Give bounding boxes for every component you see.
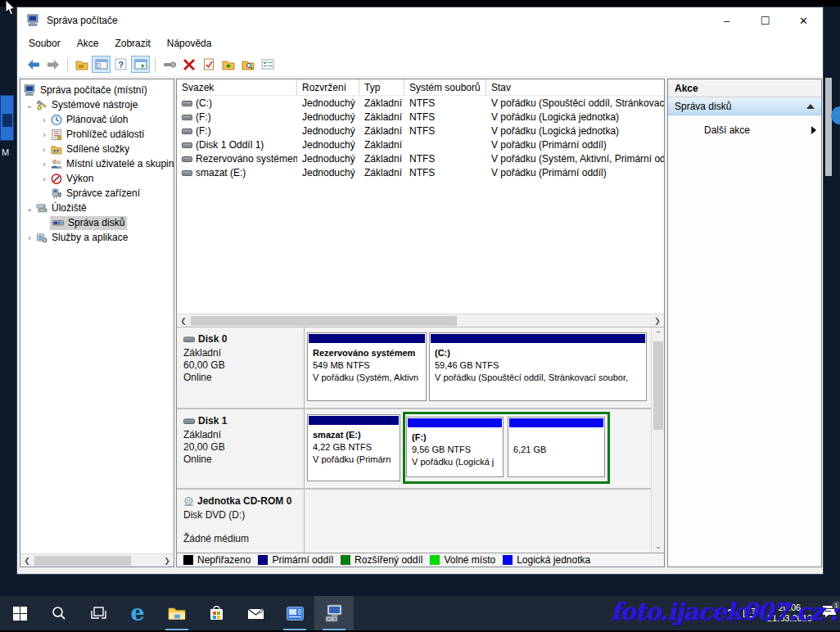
collapse-chevron-icon[interactable]: ⌄ [24, 204, 35, 213]
computer-management-taskbar-button[interactable] [314, 596, 354, 630]
scroll-down-arrow-icon[interactable]: ⌄ [652, 539, 665, 553]
expand-chevron-icon[interactable]: › [38, 174, 50, 183]
desktop-icon-partial-left[interactable] [0, 95, 14, 141]
volume-row[interactable]: smazat (E:) Jednoduchý Základní NTFS V p… [177, 165, 664, 179]
volume-icon [182, 169, 192, 177]
tree-horizontal-scrollbar[interactable]: ❮ ❯ [20, 553, 174, 567]
column-header-volume[interactable]: Svazek [177, 79, 297, 95]
tree-item-shared-folders[interactable]: › Sdílené složky [20, 142, 174, 156]
task-scheduler-icon [50, 114, 63, 126]
scroll-right-arrow-icon[interactable]: ❯ [651, 314, 664, 327]
properties-button[interactable] [258, 56, 277, 73]
scroll-right-arrow-icon[interactable]: ❯ [160, 554, 174, 567]
column-header-filesystem[interactable]: Systém souborů [404, 79, 486, 95]
disk0-label[interactable]: Disk 0 Základní 60,00 GB Online [177, 327, 305, 408]
tree-item-system-tools[interactable]: ⌄ Systémové nástroje [20, 97, 174, 112]
task-view-button[interactable] [79, 596, 118, 630]
collapse-chevron-icon[interactable]: ⌄ [24, 101, 35, 110]
explore-button[interactable] [238, 56, 257, 73]
volume-name: Rezervováno systémem [196, 153, 297, 165]
volume-row[interactable]: (F:) Jednoduchý Základní NTFS V pořádku … [177, 124, 664, 138]
column-header-status[interactable]: Stav [486, 79, 664, 95]
partition-c-drive[interactable]: (C:) 59,46 GB NTFS V pořádku (Spouštěcí … [429, 332, 647, 401]
tree-item-performance[interactable]: › Výkon [20, 171, 174, 186]
collapse-triangle-icon[interactable] [806, 104, 815, 109]
volume-type: Základní [359, 111, 404, 123]
volume-status: V pořádku (Logická jednotka) [486, 125, 664, 137]
tree-item-local-users-groups[interactable]: › Místní uživatelé a skupiny [20, 156, 174, 171]
volume-row[interactable]: (F:) Jednoduchý Základní NTFS V pořádku … [177, 110, 664, 124]
volume-layout: Jednoduchý [297, 111, 359, 123]
edge-button[interactable]: e [118, 596, 157, 630]
actions-section-disk-management[interactable]: Správa disků [668, 97, 821, 115]
volume-row[interactable]: (Disk 1 Oddíl 1) Jednoduchý Základní V p… [177, 138, 664, 151]
expand-chevron-icon[interactable]: › [38, 130, 50, 139]
expand-chevron-icon[interactable]: › [38, 160, 50, 169]
partition-system-reserved[interactable]: Rezervováno systémem 549 MB NTFS V pořád… [307, 332, 427, 401]
more-actions-item[interactable]: Další akce [668, 122, 821, 138]
partition-smazat-e[interactable]: smazat (E:) 4,22 GB NTFS V pořádku (Prim… [307, 414, 400, 481]
cdrom-label[interactable]: Jednotka CD-ROM 0 Disk DVD (D:) Žádné mé… [177, 490, 305, 555]
forward-button[interactable] [43, 56, 62, 73]
store-button[interactable] [196, 596, 236, 630]
scrollbar-thumb[interactable] [653, 341, 663, 430]
partition-f-drive[interactable]: (F:) 9,56 GB NTFS V pořádku (Logická j [406, 417, 504, 477]
mail-button[interactable] [236, 596, 275, 630]
expand-chevron-icon[interactable]: › [38, 145, 50, 154]
start-button[interactable] [0, 596, 39, 630]
scroll-left-arrow-icon[interactable]: ❮ [177, 314, 190, 327]
scrollbar-thumb[interactable] [191, 316, 457, 326]
search-button[interactable] [39, 596, 79, 630]
minimize-button[interactable]: – [707, 7, 746, 34]
close-button[interactable]: ✕ [784, 7, 823, 34]
mail-icon [247, 607, 264, 620]
tree-item-device-manager[interactable]: Správce zařízení [20, 186, 174, 201]
volume-row[interactable]: (C:) Jednoduchý Základní NTFS V pořádku … [177, 96, 664, 110]
menu-file[interactable]: Soubor [20, 35, 69, 52]
desktop-icon-partial-right[interactable] [831, 106, 840, 124]
scroll-left-arrow-icon[interactable]: ❮ [20, 554, 34, 567]
expand-chevron-icon[interactable]: › [38, 115, 50, 124]
file-explorer-button[interactable] [157, 596, 196, 630]
tree-item-storage[interactable]: ⌄ Úložiště [20, 201, 174, 215]
maximize-button[interactable]: ☐ [746, 7, 784, 34]
tree-item-services-applications[interactable]: › Služby a aplikace [20, 230, 174, 245]
tree-label: Prohlížeč událostí [66, 129, 144, 140]
volume-list-horizontal-scrollbar[interactable]: ❮ ❯ [177, 314, 664, 327]
desktop-icon-partial-right-bar [825, 78, 832, 176]
scroll-up-arrow-icon[interactable]: ⌃ [652, 327, 665, 341]
disk-icon [183, 336, 195, 343]
tree-item-computer-management[interactable]: Správa počítače (místní) [20, 83, 174, 97]
tree-item-event-viewer[interactable]: › Prohlížeč událostí [20, 127, 174, 142]
delete-volume-button[interactable] [179, 56, 198, 73]
export-list-button[interactable] [72, 56, 91, 73]
menu-help[interactable]: Nápověda [159, 35, 220, 52]
titlebar[interactable]: Správa počítače – ☐ ✕ [17, 7, 823, 34]
menu-action[interactable]: Akce [69, 35, 107, 52]
disk-view-vertical-scrollbar[interactable]: ⌃ ⌄ [651, 327, 664, 553]
column-header-layout[interactable]: Rozvržení [297, 79, 359, 95]
partition-unlabeled[interactable]: 6,21 GB [508, 417, 605, 477]
expand-chevron-icon[interactable]: › [24, 233, 35, 242]
pinned-app-button[interactable] [275, 596, 314, 630]
back-button[interactable] [24, 56, 43, 73]
menu-view[interactable]: Zobrazit [106, 35, 158, 52]
disk1-label[interactable]: Disk 1 Základní 20,00 GB Online [177, 409, 305, 488]
show-action-pane-button[interactable] [131, 56, 150, 73]
search-icon [52, 606, 66, 621]
column-header-type[interactable]: Typ [359, 79, 404, 95]
mark-active-button[interactable] [199, 56, 218, 73]
change-drive-letter-button[interactable] [160, 56, 178, 73]
volume-row[interactable]: Rezervováno systémem Jednoduchý Základní… [177, 151, 664, 165]
volume-status: V pořádku (Systém, Aktivní, Primární od [486, 153, 664, 165]
tree-item-disk-management[interactable]: Správa disků [20, 215, 174, 230]
tree-item-task-scheduler[interactable]: › Plánovač úloh [20, 112, 174, 127]
volume-status: V pořádku (Primární oddíl) [486, 139, 664, 151]
show-console-tree-button[interactable] [92, 56, 111, 73]
open-button[interactable] [219, 56, 237, 73]
volume-status: V pořádku (Logická jednotka) [486, 111, 664, 123]
legend-label: Nepřiřazeno [197, 554, 251, 566]
scrollbar-thumb[interactable] [34, 556, 131, 566]
help-button[interactable]: ? [111, 56, 130, 73]
computer-management-icon [324, 604, 344, 622]
